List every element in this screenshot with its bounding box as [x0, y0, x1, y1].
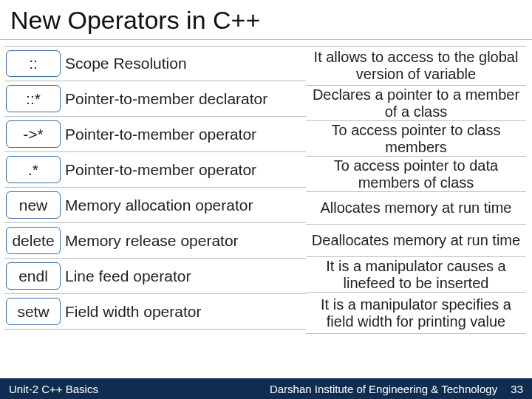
table-row: endl Line feed operator — [4, 259, 306, 294]
slide-title: New Operators in C++ — [0, 0, 532, 40]
operator-description: It is a manipulator specifies a field wi… — [306, 293, 526, 334]
footer-left: Unit-2 C++ Basics — [9, 383, 98, 395]
slide-content: :: Scope Resolution ::* Pointer-to-membe… — [0, 40, 532, 334]
operator-symbol: endl — [6, 262, 61, 290]
footer-right: Darshan Institute of Engineering & Techn… — [270, 383, 523, 395]
operator-name: Memory allocation operator — [64, 188, 306, 222]
table-row: .* Pointer-to-member operator — [4, 152, 306, 188]
operator-symbol: delete — [6, 227, 61, 254]
operator-symbol: ::* — [6, 85, 61, 112]
slide-footer: Unit-2 C++ Basics Darshan Institute of E… — [0, 378, 532, 399]
operator-symbol: setw — [6, 298, 61, 325]
footer-institute: Darshan Institute of Engineering & Techn… — [270, 383, 497, 395]
table-row: setw Field width operator — [4, 294, 306, 330]
operator-description: Deallocates memory at run time — [306, 225, 526, 257]
operator-symbol: .* — [6, 156, 61, 183]
page-number: 33 — [500, 383, 523, 395]
operator-name: Memory release operator — [64, 223, 306, 258]
operator-name: Field width operator — [64, 294, 306, 329]
table-row: ->* Pointer-to-member operator — [4, 117, 306, 152]
operator-name: Scope Resolution — [64, 47, 306, 81]
operator-description: Declares a pointer to a member of a clas… — [306, 86, 526, 121]
operator-name: Pointer-to-member declarator — [64, 81, 306, 116]
operator-symbol: :: — [6, 50, 61, 77]
table-row: new Memory allocation operator — [4, 188, 306, 223]
operator-name: Line feed operator — [64, 259, 306, 293]
operator-symbol: new — [6, 191, 61, 219]
description-column: It allows to access to the global versio… — [306, 46, 532, 334]
operator-description: To access pointer to data members of cla… — [306, 157, 526, 192]
operator-name: Pointer-to-member operator — [64, 117, 306, 151]
operator-table: :: Scope Resolution ::* Pointer-to-membe… — [4, 46, 306, 334]
operator-description: Allocates memory at run time — [306, 192, 526, 225]
table-row: :: Scope Resolution — [4, 46, 306, 81]
table-row: delete Memory release operator — [4, 223, 306, 259]
operator-symbol: ->* — [6, 120, 61, 148]
operator-name: Pointer-to-member operator — [64, 152, 306, 187]
operator-description: It allows to access to the global versio… — [306, 46, 526, 86]
operator-description: It is a manipulator causes a linefeed to… — [306, 257, 526, 293]
table-row: ::* Pointer-to-member declarator — [4, 81, 306, 117]
operator-description: To access pointer to class members — [306, 121, 526, 157]
